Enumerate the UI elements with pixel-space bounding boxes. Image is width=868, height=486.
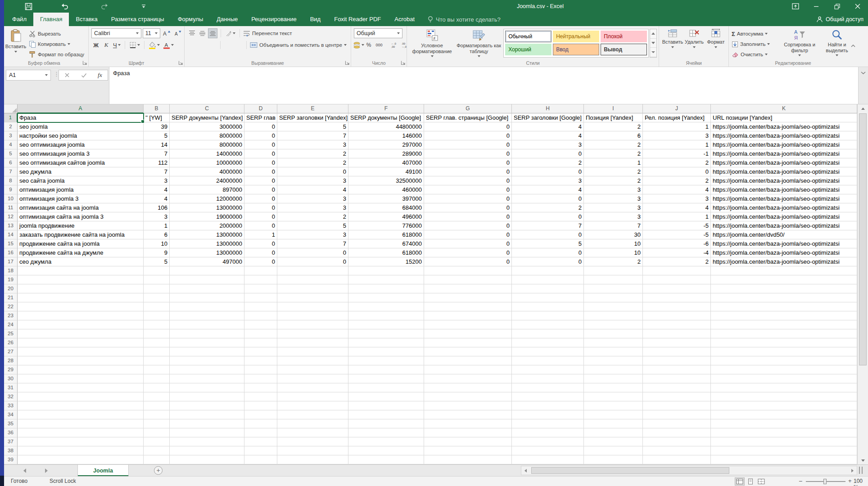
cell-E35[interactable] <box>277 419 348 428</box>
cell-B29[interactable] <box>144 365 170 374</box>
cell-D30[interactable] <box>244 374 277 383</box>
cell-E33[interactable] <box>277 401 348 410</box>
cell-I15[interactable]: 10 <box>584 239 643 248</box>
cell-A34[interactable] <box>18 410 144 419</box>
cell-F33[interactable] <box>348 401 424 410</box>
cell-F25[interactable] <box>348 329 424 338</box>
cell-G12[interactable]: 0 <box>424 212 512 221</box>
align-right-button[interactable] <box>208 40 217 50</box>
cell-C1[interactable]: SERP документы [Yandex] <box>170 113 244 122</box>
cell-C4[interactable]: 8000000 <box>170 140 244 149</box>
cell-C30[interactable] <box>170 374 244 383</box>
cell-G23[interactable] <box>424 311 512 320</box>
cell-H14[interactable]: 0 <box>512 230 584 239</box>
cell-G31[interactable] <box>424 383 512 392</box>
cell-G17[interactable]: 0 <box>424 257 512 266</box>
cell-D31[interactable] <box>244 383 277 392</box>
row-header-37[interactable]: 37 <box>4 437 18 446</box>
cell-F38[interactable] <box>348 446 424 455</box>
cell-B35[interactable] <box>144 419 170 428</box>
cell-D7[interactable]: 0 <box>244 167 277 176</box>
cell-G8[interactable]: 0 <box>424 176 512 185</box>
cell-G10[interactable]: 0 <box>424 194 512 203</box>
cell-B32[interactable] <box>144 392 170 401</box>
cell-B38[interactable] <box>144 446 170 455</box>
cell-A9[interactable]: оптимизация joomla <box>18 185 144 194</box>
view-page-break-icon[interactable] <box>756 477 766 486</box>
cell-D1[interactable]: SERP глав <box>244 113 277 122</box>
cell-J11[interactable]: 4 <box>643 203 711 212</box>
cell-A5[interactable]: seo оптимизация joomla 3 <box>18 149 144 158</box>
cell-H32[interactable] <box>512 392 584 401</box>
cell-G27[interactable] <box>424 347 512 356</box>
cell-E36[interactable] <box>277 428 348 437</box>
cell-H3[interactable]: 4 <box>512 131 584 140</box>
cell-K8[interactable]: https://joomla.center/baza-joomla/seo-op… <box>711 176 857 185</box>
row-header-39[interactable]: 39 <box>4 455 18 464</box>
cell-I3[interactable]: 6 <box>584 131 643 140</box>
row-header-13[interactable]: 13 <box>4 221 18 230</box>
scroll-up-icon[interactable] <box>858 104 868 112</box>
cell-C6[interactable]: 10000000 <box>170 158 244 167</box>
cell-G6[interactable]: 0 <box>424 158 512 167</box>
cell-I27[interactable] <box>584 347 643 356</box>
cell-G28[interactable] <box>424 356 512 365</box>
cell-A23[interactable] <box>18 311 144 320</box>
cell-B2[interactable]: 39 <box>144 122 170 131</box>
cell-B12[interactable]: 3 <box>144 212 170 221</box>
cell-J1[interactable]: Рел. позиция [Yandex] <box>643 113 711 122</box>
cell-A36[interactable] <box>18 428 144 437</box>
cell-K20[interactable] <box>711 284 857 293</box>
row-header-5[interactable]: 5 <box>4 149 18 158</box>
cell-K17[interactable]: https://joomla.center/baza-joomla/seo-op… <box>711 257 857 266</box>
cell-E1[interactable]: SERP заголовки [Yandex] <box>277 113 348 122</box>
select-all-corner[interactable] <box>4 104 18 113</box>
cell-H25[interactable] <box>512 329 584 338</box>
cell-style-Плохой[interactable]: Плохой <box>601 31 647 42</box>
row-header-31[interactable]: 31 <box>4 383 18 392</box>
cell-D5[interactable]: 0 <box>244 149 277 158</box>
cell-K38[interactable] <box>711 446 857 455</box>
cell-I29[interactable] <box>584 365 643 374</box>
cell-J18[interactable] <box>643 266 711 275</box>
format-cells-button[interactable]: Формат <box>705 27 727 60</box>
cell-I6[interactable]: 1 <box>584 158 643 167</box>
font-dialog-launcher-icon[interactable] <box>178 60 183 65</box>
cell-C24[interactable] <box>170 320 244 329</box>
cell-H16[interactable]: 0 <box>512 248 584 257</box>
cell-K12[interactable]: https://joomla.center/baza-joomla/seo-op… <box>711 212 857 221</box>
cell-C13[interactable]: 2000000 <box>170 221 244 230</box>
row-header-14[interactable]: 14 <box>4 230 18 239</box>
cell-E25[interactable] <box>277 329 348 338</box>
col-header-B[interactable]: B <box>144 104 170 113</box>
scroll-right-icon[interactable] <box>851 469 854 472</box>
cell-A31[interactable] <box>18 383 144 392</box>
cell-H12[interactable]: 0 <box>512 212 584 221</box>
cell-A14[interactable]: заказать продвижение сайта на joomla <box>18 230 144 239</box>
cell-C23[interactable] <box>170 311 244 320</box>
name-box[interactable]: A1 <box>6 70 51 81</box>
cell-E21[interactable] <box>277 293 348 302</box>
cell-K28[interactable] <box>711 356 857 365</box>
cell-D12[interactable]: 0 <box>244 212 277 221</box>
orientation-button[interactable] <box>224 28 236 38</box>
cell-G38[interactable] <box>424 446 512 455</box>
cell-G2[interactable]: 0 <box>424 122 512 131</box>
cell-H31[interactable] <box>512 383 584 392</box>
cell-K11[interactable]: https://joomla.center/baza-joomla/seo-op… <box>711 203 857 212</box>
cell-F1[interactable]: SERP документы [Google] <box>348 113 424 122</box>
row-header-11[interactable]: 11 <box>4 203 18 212</box>
cell-H27[interactable] <box>512 347 584 356</box>
cell-D27[interactable] <box>244 347 277 356</box>
cell-I30[interactable] <box>584 374 643 383</box>
view-normal-icon[interactable] <box>735 477 745 486</box>
cell-H2[interactable]: 4 <box>512 122 584 131</box>
cell-A35[interactable] <box>18 419 144 428</box>
cell-F8[interactable]: 32500000 <box>348 176 424 185</box>
cell-G30[interactable] <box>424 374 512 383</box>
cell-I24[interactable] <box>584 320 643 329</box>
cell-D22[interactable] <box>244 302 277 311</box>
cell-C36[interactable] <box>170 428 244 437</box>
cell-G9[interactable]: 0 <box>424 185 512 194</box>
cell-C29[interactable] <box>170 365 244 374</box>
